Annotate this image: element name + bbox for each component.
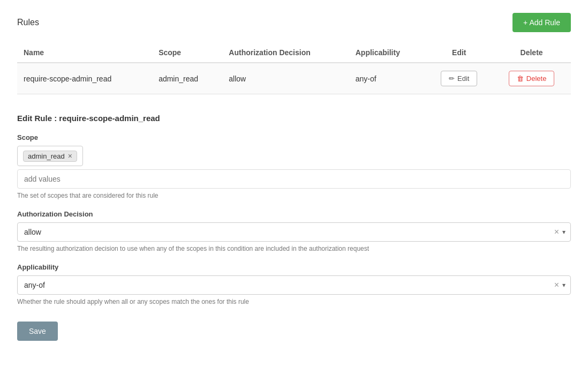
edit-rule-prefix: Edit Rule : — [17, 114, 57, 123]
page-title: Rules — [17, 18, 39, 27]
edit-rule-name: require-scope-admin_read — [59, 114, 160, 123]
row-applicability: any-of — [349, 63, 426, 94]
auth-decision-label: Authorization Decision — [17, 210, 571, 218]
col-header-scope: Scope — [152, 43, 222, 63]
delete-label: Delete — [526, 74, 547, 83]
applicability-select-wrapper: any-of all-of × ▾ — [17, 275, 571, 295]
col-header-auth-decision: Authorization Decision — [222, 43, 349, 63]
auth-decision-hint: The resulting authorization decision to … — [17, 245, 571, 252]
save-button[interactable]: Save — [17, 322, 58, 341]
edit-rule-section: Edit Rule : require-scope-admin_read Sco… — [17, 109, 571, 341]
scope-label: Scope — [17, 133, 571, 141]
auth-decision-select-wrapper: allow deny × ▾ — [17, 222, 571, 242]
edit-label: Edit — [457, 74, 469, 83]
row-delete-button[interactable]: 🗑 Delete — [509, 71, 555, 86]
trash-icon: 🗑 — [517, 74, 524, 83]
row-name: require-scope-admin_read — [17, 63, 152, 94]
col-header-name: Name — [17, 43, 152, 63]
table-row: require-scope-admin_read admin_read allo… — [17, 63, 571, 94]
row-scope: admin_read — [152, 63, 222, 94]
edit-rule-title: Edit Rule : require-scope-admin_read — [17, 114, 571, 123]
applicability-group: Applicability any-of all-of × ▾ Whether … — [17, 263, 571, 305]
col-header-delete: Delete — [492, 43, 571, 63]
applicability-label: Applicability — [17, 263, 571, 271]
col-header-applicability: Applicability — [349, 43, 426, 63]
auth-decision-clear-button[interactable]: × — [554, 228, 559, 236]
applicability-hint: Whether the rule should apply when all o… — [17, 298, 571, 305]
pencil-icon: ✏ — [449, 74, 455, 83]
scope-group: Scope admin_read × The set of scopes tha… — [17, 133, 571, 199]
scope-tag-value: admin_read — [28, 152, 65, 160]
applicability-select[interactable]: any-of all-of — [17, 275, 571, 295]
scope-tag-remove-button[interactable]: × — [68, 152, 72, 160]
scope-tags-container: admin_read × — [17, 146, 83, 166]
scope-hint: The set of scopes that are considered fo… — [17, 192, 571, 199]
rules-table: Name Scope Authorization Decision Applic… — [17, 43, 571, 94]
auth-decision-group: Authorization Decision allow deny × ▾ Th… — [17, 210, 571, 252]
scope-tag: admin_read × — [23, 151, 77, 162]
row-edit-button[interactable]: ✏ Edit — [441, 71, 477, 86]
auth-decision-select[interactable]: allow deny — [17, 222, 571, 242]
scope-input[interactable] — [17, 169, 571, 189]
applicability-clear-button[interactable]: × — [554, 281, 559, 289]
row-auth-decision: allow — [222, 63, 349, 94]
col-header-edit: Edit — [426, 43, 492, 63]
add-rule-button[interactable]: + Add Rule — [512, 13, 571, 32]
